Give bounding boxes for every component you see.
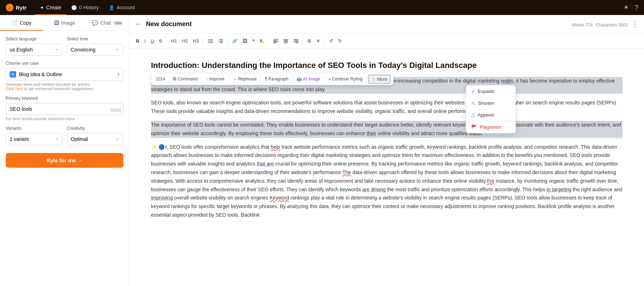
doc-heading: Introduction: Understanding the Importan…	[151, 60, 623, 71]
that-are-link: that are	[257, 161, 274, 167]
ft-paragraph-btn[interactable]: ¶ Paragraph	[262, 75, 291, 83]
improving-link: improving	[151, 195, 173, 201]
ft-ai-image-btn[interactable]: 🤖 AI Image	[294, 75, 323, 83]
ol-button[interactable]: 1.2.	[216, 38, 225, 45]
dropdown-menu: ⤢ Expand ⤡ Shorten △ Append 🚩 Plagiarism	[466, 85, 516, 133]
keyword-input[interactable]	[6, 103, 123, 115]
bold-button[interactable]: B	[134, 37, 141, 45]
image-icon: 🖼	[54, 20, 59, 26]
improve-icon: ↑	[206, 77, 208, 82]
ul-button[interactable]	[206, 38, 215, 45]
quote-button[interactable]: ❝	[250, 37, 257, 45]
account-icon: 👤	[109, 5, 114, 10]
image-button[interactable]: 🖼	[240, 37, 249, 45]
chevron-down-icon: ▾	[117, 72, 119, 77]
para-3: The importance of SEO tools cannot be ov…	[151, 121, 623, 138]
keyword-hint: For best results provide maximum input	[6, 117, 123, 121]
use-case-select[interactable]: B Blog Idea & Outline ▾	[6, 68, 123, 81]
use-case-group: Choose use case B Blog Idea & Outline ▾ …	[6, 61, 123, 91]
doc-header-right: Words 774 Characters 5663 ⋮	[572, 20, 638, 28]
tab-image[interactable]: 🖼 Image	[43, 15, 86, 31]
align-center-button[interactable]	[281, 38, 291, 45]
the-underline: The	[342, 169, 351, 175]
ft-continue-btn[interactable]: » Continue Ryting	[326, 75, 365, 83]
editor-area[interactable]: Introduction: Understanding the Importan…	[130, 49, 644, 286]
use-case-hint: Generate ideas and content structure for…	[6, 82, 123, 91]
dd-shorten-label: Shorten	[478, 100, 494, 106]
dd-plagiarism[interactable]: 🚩 Plagiarism	[466, 121, 516, 133]
use-case-value: Blog Idea & Outline	[19, 72, 62, 77]
continue-icon: »	[328, 77, 331, 82]
table-button[interactable]: ⊞	[305, 37, 313, 45]
editor-toolbar: B I U S H1 H2 H3 1.2. 🔗 🖼 ❝ A	[130, 34, 644, 49]
toolbar-sep-2	[203, 38, 204, 45]
history-icon: 🕐	[71, 5, 77, 10]
dd-expand[interactable]: ⤢ Expand	[466, 85, 516, 97]
undo-button[interactable]: ↺	[327, 37, 335, 45]
ft-rephrase-btn[interactable]: ↔ Rephrase	[230, 75, 259, 83]
ryte-button[interactable]: Ryte for me →	[6, 153, 123, 168]
char-count: 9/200	[111, 108, 121, 112]
ft-divider-1	[201, 76, 202, 82]
ft-more-btn[interactable]: ⋮ More	[368, 75, 390, 84]
ft-word-count: 1014	[154, 77, 169, 82]
ft-divider-4	[292, 76, 293, 82]
nav-history[interactable]: 🕐 0 History	[66, 0, 104, 15]
ft-rephrase-label: Rephrase	[238, 77, 257, 82]
svg-text:2.: 2.	[218, 40, 219, 42]
align-left-button[interactable]	[271, 38, 280, 45]
strikethrough-button[interactable]: S	[157, 37, 164, 45]
help-button[interactable]: ?	[635, 4, 638, 11]
h1-button[interactable]: H1	[169, 37, 179, 45]
enhanced-keywords-link[interactable]: Click here	[6, 87, 23, 91]
dd-plagiarism-label: Plagiarism	[480, 124, 502, 130]
clear-format-button[interactable]: ✕	[314, 37, 322, 45]
logo-icon: 🪄	[6, 4, 14, 11]
align-right-button[interactable]	[291, 38, 301, 45]
ft-command-label: Command	[178, 77, 197, 82]
language-select[interactable]: us English uk English French Spanish	[6, 44, 63, 56]
sidebar-tabs: 📄 Copy 🖼 Image 💬 Chat new	[0, 15, 129, 31]
ft-more-label: More	[377, 77, 388, 82]
back-button[interactable]: ←	[135, 20, 142, 28]
doc-more-button[interactable]: ⋮	[632, 20, 638, 28]
use-case-link-hint: to get enhanced keywords suggestions.	[24, 87, 93, 91]
para-2: SEO tools, also known as search engine o…	[151, 99, 623, 116]
emoji-icons: ✨ 🔵	[151, 143, 165, 152]
highlight-button[interactable]: A	[258, 37, 267, 45]
dd-shorten[interactable]: ⤡ Shorten	[466, 97, 516, 109]
sidebar: 📄 Copy 🖼 Image 💬 Chat new Select languag…	[0, 15, 130, 286]
svg-point-4	[208, 40, 209, 41]
toolbar-sep-4	[269, 38, 269, 45]
use-case-label: Choose use case	[6, 61, 123, 66]
variants-label: Variants	[6, 126, 63, 131]
app-logo[interactable]: 🪄 Rytr	[6, 4, 26, 11]
ft-improve-label: Improve	[209, 77, 224, 82]
redo-button[interactable]: ↻	[336, 37, 344, 45]
h3-button[interactable]: H3	[191, 37, 201, 45]
tab-chat[interactable]: 💬 Chat new	[86, 15, 129, 31]
italic-button[interactable]: I	[142, 37, 148, 45]
ft-improve-btn[interactable]: ↑ Improve	[203, 75, 227, 83]
dd-expand-label: Expand	[478, 89, 494, 94]
creativity-select[interactable]: Optimal Low Medium High	[67, 133, 124, 145]
theme-toggle[interactable]: ☀	[623, 4, 629, 11]
tone-select[interactable]: Convincing Casual Formal	[67, 44, 124, 56]
ft-command-btn[interactable]: ⌘ Command	[170, 75, 200, 83]
shorten-icon: ⤡	[471, 100, 475, 106]
variants-select[interactable]: 1 variant 2 variants 3 variants	[6, 133, 63, 145]
more-icon: ⋮	[371, 77, 376, 82]
tone-label: Select tone	[67, 36, 124, 41]
ft-divider-3	[260, 76, 261, 82]
underline-button[interactable]: U	[148, 37, 156, 45]
nav-create-label: Create	[46, 5, 61, 10]
word-count-status: Words 774 Characters 5663	[572, 23, 629, 28]
h2-button[interactable]: H2	[180, 37, 190, 45]
link-button[interactable]: 🔗	[230, 37, 240, 45]
copy-icon: 📄	[11, 20, 18, 26]
ft-paragraph-label: Paragraph	[268, 77, 288, 82]
nav-create[interactable]: ✦ Create	[35, 0, 66, 15]
dd-append[interactable]: △ Append	[466, 109, 516, 121]
tab-copy[interactable]: 📄 Copy	[0, 15, 43, 31]
nav-account[interactable]: 👤 Account	[104, 0, 140, 15]
